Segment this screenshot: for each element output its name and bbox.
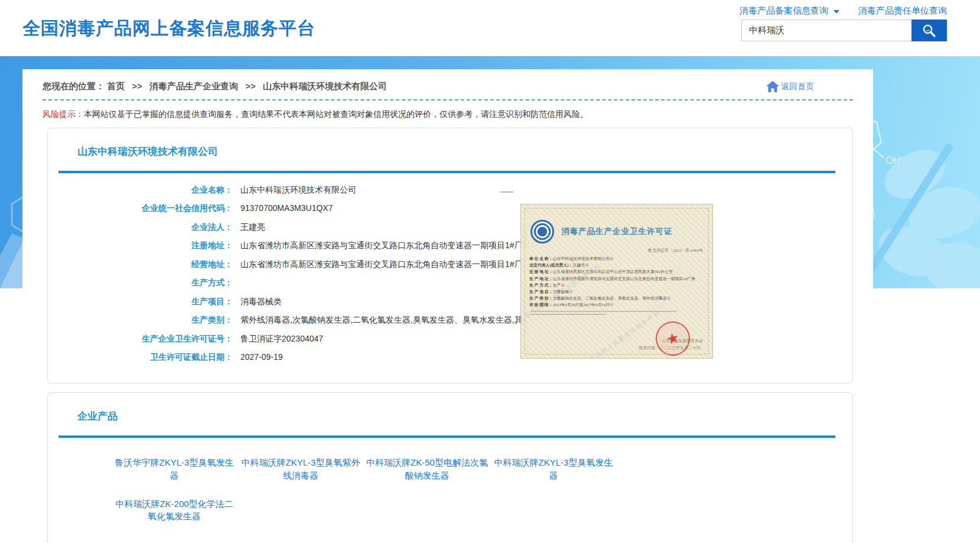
- certificate-row: 法定代表人(或负责人)：王建亮※: [529, 262, 706, 268]
- product-link[interactable]: 中科瑞沃牌ZK-200型化学法二氧化氯发生器: [112, 498, 237, 524]
- product-list: 鲁沃华宇牌ZKYL-3型臭氧发生器 中科瑞沃牌ZKYL-3型臭氧紫外线消毒器 中…: [48, 456, 852, 523]
- field-label: 企业统一社会信用代码：: [48, 203, 233, 214]
- field-value: 山东省潍坊市高新区潍安路与宝通街交叉路口东北角自动变速器一期项目1#厂房: [240, 259, 531, 271]
- search-input[interactable]: [741, 19, 911, 41]
- risk-notice: 风险提示：本网站仅基于已掌握的信息提供查询服务，查询结果不代表本网站对被查询对象…: [43, 109, 853, 120]
- field-value: 紫外线消毒器,次氯酸钠发生器,二氧化氯发生器,臭氧发生器、臭氧水发生器,其他器械…: [240, 314, 564, 326]
- field-row: 注册地址： 山东省潍坊市高新区潍安路与宝通街交叉路口东北角自动变速器一期项目1#…: [48, 237, 852, 256]
- field-row: 企业法人： 王建亮: [48, 218, 852, 237]
- field-label: 经营地址：: [48, 259, 233, 270]
- field-value: 鲁卫消证字202304047: [240, 333, 323, 345]
- breadcrumb-separator: >>: [245, 81, 256, 91]
- certificate-row-value: 消毒器械※: [553, 290, 573, 294]
- product-link[interactable]: 中科瑞沃牌ZKYL-3型臭氧发生器: [491, 456, 616, 482]
- company-card: 山东中科瑞沃环境技术有限公司 企业名称： 山东中科瑞沃环境技术有限公司 企业统一…: [47, 128, 853, 383]
- field-value: 消毒器械类: [240, 296, 282, 308]
- certificate-row-value: 次氯酸钠发生器、二氧化氯发生器、臭氧发生器、紫外线消毒器※: [553, 296, 671, 300]
- field-row: 生产类别： 紫外线消毒器,次氯酸钠发生器,二氧化氯发生器,臭氧发生器、臭氧水发生…: [48, 311, 852, 330]
- field-label: 生产方式：: [48, 278, 233, 288]
- site-header: 全国消毒产品网上备案信息服务平台 消毒产品备案信息查询 消毒产品责任单位查询: [0, 0, 980, 56]
- field-value: 山东省潍坊市高新区潍安路与宝通街交叉路口东北角自动变速器一期项目1#厂房: [240, 240, 531, 252]
- product-link[interactable]: 鲁沃华宇牌ZKYL-3型臭氧发生器: [112, 456, 237, 482]
- product-link[interactable]: 中科瑞沃牌ZKYL-3型臭氧紫外线消毒器: [238, 456, 363, 482]
- home-icon: [766, 81, 779, 92]
- certificate-row-label: 注 册 地 址：: [529, 269, 553, 274]
- certificate-fineprint: [530, 314, 606, 315]
- certificate-row-label: 生 产 类 别：: [529, 296, 553, 300]
- risk-label: 风险提示：: [43, 109, 84, 119]
- certificate-row-value: 山东中科瑞沃环境技术有限公司※: [553, 256, 614, 261]
- certificate-row: 生 产 项 目：消毒器械※: [529, 288, 706, 295]
- back-home-label: 返回首页: [781, 82, 814, 92]
- product-link[interactable]: 中科瑞沃牌ZK-50型电解法次氯酸钠发生器: [364, 456, 490, 482]
- field-label: 注册地址：: [48, 240, 233, 251]
- certificate-row: 生 产 类 别：次氯酸钠发生器、二氧化氯发生器、臭氧发生器、紫外线消毒器※: [529, 295, 706, 301]
- certificate-row: 生 产 方 式：生产※: [529, 282, 706, 288]
- certificate-row-label: 法定代表人(或负责人)：: [529, 263, 573, 267]
- dash-mark: [500, 191, 513, 193]
- field-row: 生产项目： 消毒器械类: [48, 292, 852, 311]
- certificate-row-value: 2023年9月20日至2027年9月19日※: [553, 303, 614, 307]
- certificate-row-label: 生 产 项 目：: [529, 290, 553, 294]
- certificate-image[interactable]: 全国消毒产品网上备案信息服务平台 全国消毒产品网上备案信息服务平台 消毒产品生产…: [520, 204, 713, 359]
- risk-text: 本网站仅基于已掌握的信息提供查询服务，查询结果不代表本网站对被查询对象信用状况的…: [84, 109, 588, 119]
- certificate-row: 生 产 地 址：山东省潍坊市高新区潍安路与宝通街交叉路口东北角自动变速器一期项目…: [529, 275, 706, 282]
- card-title-rule: [58, 435, 835, 438]
- top-nav: 消毒产品备案信息查询 消毒产品责任单位查询: [740, 5, 947, 17]
- breadcrumb-separator: >>: [132, 81, 142, 91]
- field-label: 生产类别：: [48, 315, 233, 326]
- chevron-down-icon[interactable]: [834, 10, 839, 14]
- certificate-row-value: 山东省潍坊市高新区潍安路与宝通街交叉路口东北角自动变速器一期项目1#厂房: [553, 277, 695, 281]
- certificate-fineprint: [530, 311, 677, 312]
- field-row: 生产企业卫生许可证号： 鲁卫消证字202304047: [48, 330, 852, 349]
- certificate-title: 消毒产品生产企业卫生许可证: [561, 226, 673, 237]
- certificate-row-value: 生产※: [553, 283, 565, 287]
- field-value: 王建亮: [240, 222, 265, 233]
- field-label: 生产企业卫生许可证号：: [48, 334, 233, 344]
- field-label: 企业名称：: [48, 185, 233, 196]
- card-title-rule: [58, 171, 835, 173]
- field-row: 生产方式：: [48, 274, 852, 293]
- certificate-row-label: 生 产 地 址：: [529, 277, 553, 281]
- products-card-title: 企业产品: [77, 409, 852, 423]
- field-label: 生产项目：: [48, 297, 233, 307]
- search-icon: [922, 23, 937, 38]
- breadcrumb: 您现在的位置： 首页 >> 消毒产品生产企业查询 >> 山东中科瑞沃环境技术有限…: [43, 81, 387, 92]
- field-value: 山东中科瑞沃环境技术有限公司: [240, 184, 356, 196]
- certificate-row-label: 生 产 方 式：: [529, 283, 553, 287]
- breadcrumb-enterprise-query[interactable]: 消毒产品生产企业查询: [149, 81, 238, 91]
- back-home-link[interactable]: 返回首页: [766, 81, 814, 92]
- certificate-row-label: 单 位 名 称：: [529, 256, 553, 261]
- company-fields: 企业名称： 山东中科瑞沃环境技术有限公司 企业统一社会信用代码： 9137070…: [48, 181, 852, 367]
- field-label: 卫生许可证截止日期：: [48, 352, 233, 363]
- field-row: 企业统一社会信用代码： 91370700MA3M3U1QX7: [48, 200, 852, 219]
- field-row: 企业名称： 山东中科瑞沃环境技术有限公司: [48, 181, 852, 200]
- field-value: 2027-09-19: [240, 352, 283, 363]
- certificate-row-value: 王建亮※: [573, 263, 590, 267]
- breadcrumb-prefix: 您现在的位置：: [43, 81, 105, 91]
- certificate-emblem-icon: [530, 220, 554, 243]
- certificate-row: 注 册 地 址：山东省潍坊高新区玉清东街以北中心次干道以西高新大厦902办公室: [529, 268, 706, 275]
- certificate-row-value: 山东省潍坊高新区玉清东街以北中心次干道以西高新大厦902办公室: [553, 269, 673, 274]
- dashed-divider: [43, 99, 853, 100]
- field-row: 经营地址： 山东省潍坊市高新区潍安路与宝通街交叉路口东北角自动变速器一期项目1#…: [48, 255, 852, 274]
- field-label: 企业法人：: [48, 222, 233, 233]
- content-panel: 您现在的位置： 首页 >> 消毒产品生产企业查询 >> 山东中科瑞沃环境技术有限…: [22, 69, 873, 543]
- certificate-number: 鲁卫消证字〔2023〕第-0464号: [521, 248, 703, 253]
- breadcrumb-current: 山东中科瑞沃环境技术有限公司: [263, 81, 387, 91]
- site-title: 全国消毒产品网上备案信息服务平台: [22, 17, 315, 41]
- nav-responsible-unit-query[interactable]: 消毒产品责任单位查询: [858, 5, 947, 17]
- certificate-row-label: 有 效 期 限：: [529, 303, 553, 307]
- certificate-row: 单 位 名 称：山东中科瑞沃环境技术有限公司※: [529, 255, 706, 262]
- nav-record-info-query[interactable]: 消毒产品备案信息查询: [740, 5, 828, 17]
- breadcrumb-home[interactable]: 首页: [107, 81, 125, 91]
- field-value: 91370700MA3M3U1QX7: [240, 203, 333, 214]
- red-seal-icon: ★: [652, 318, 694, 359]
- products-card: 企业产品 鲁沃华宇牌ZKYL-3型臭氧发生器 中科瑞沃牌ZKYL-3型臭氧紫外线…: [47, 392, 853, 543]
- certificate-watermark: 全国消毒产品网上备案信息服务平台: [564, 308, 662, 359]
- field-row: 卫生许可证截止日期： 2027-09-19: [48, 349, 852, 368]
- search-button[interactable]: [911, 19, 947, 41]
- company-card-title: 山东中科瑞沃环境技术有限公司: [77, 145, 852, 158]
- certificate-row: 有 效 期 限：2023年9月20日至2027年9月19日※: [529, 301, 706, 308]
- search-bar: [741, 19, 947, 41]
